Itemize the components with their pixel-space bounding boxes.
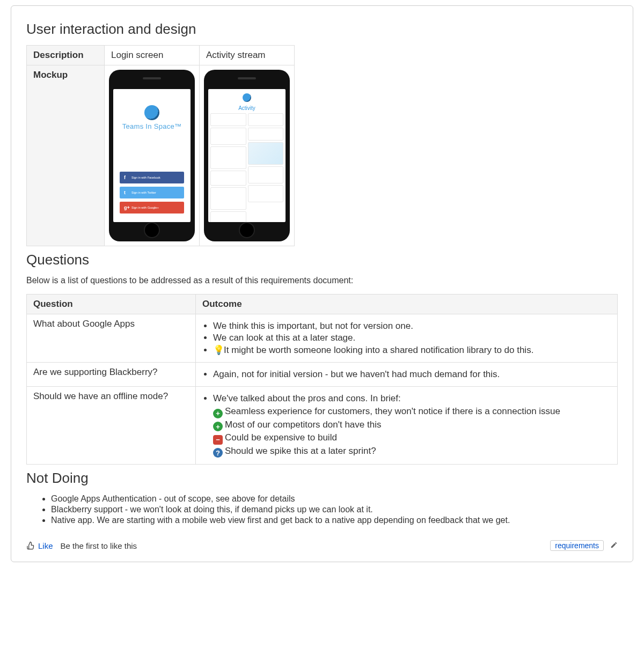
activity-card: [248, 128, 284, 141]
app-name: Teams In Space™: [122, 122, 182, 130]
thumbs-up-icon: [26, 541, 35, 550]
questions-table: Question Outcome What about Google Apps …: [26, 294, 618, 465]
mockup-activity-cell: Activity: [200, 65, 295, 246]
login-screen: Teams In Space™ fSign in with Facebook t…: [113, 89, 191, 222]
like-label: Like: [38, 541, 53, 550]
questions-th-question: Question: [27, 294, 196, 314]
app-logo-icon: [243, 93, 251, 102]
mockup-login-cell: Teams In Space™ fSign in with Facebook t…: [105, 65, 200, 246]
activity-col-right: [248, 113, 284, 222]
list-item: Google Apps Authentication - out of scop…: [51, 494, 618, 504]
questions-th-outcome: Outcome: [196, 294, 618, 314]
activity-card: [248, 166, 284, 183]
outcome-item: We can look at this at a later stage.: [213, 333, 611, 343]
outcome-subitem: +Most of our competitors don't have this: [213, 419, 611, 432]
document-page: User interaction and design Description …: [11, 5, 633, 562]
list-item: Blackberry support - we won't look at do…: [51, 505, 618, 514]
twitter-signin-button: tSign in with Twitter: [120, 187, 184, 198]
design-row-mockup-label: Mockup: [27, 65, 105, 246]
edit-labels-button[interactable]: [610, 541, 618, 550]
minus-icon: −: [213, 435, 223, 445]
plus-icon: +: [213, 422, 223, 431]
outcome-item: We've talked about the pros and cons. In…: [213, 393, 611, 458]
design-row-description-label: Description: [27, 46, 105, 65]
outcome-subitem: +Seamless experience for customers, they…: [213, 406, 611, 418]
like-button[interactable]: Like: [26, 541, 53, 550]
design-col2-description: Activity stream: [200, 46, 295, 65]
activity-card-map: [248, 142, 284, 165]
activity-card: [210, 113, 246, 126]
table-row: Are we supporting Blackberry? Again, not…: [27, 363, 618, 387]
page-footer: Like Be the first to like this requireme…: [26, 540, 618, 551]
table-row: What about Google Apps We think this is …: [27, 314, 618, 363]
list-item: Native app. We are starting with a mobil…: [51, 516, 618, 525]
heading-notdoing: Not Doing: [26, 470, 618, 487]
heading-questions: Questions: [26, 252, 618, 268]
activity-body: [210, 113, 283, 222]
activity-card: [210, 171, 246, 186]
activity-card: [248, 113, 284, 126]
questions-intro: Below is a list of questions to be addre…: [26, 276, 618, 285]
pencil-icon: [610, 541, 618, 549]
outcome-item: 💡It might be worth someone looking into …: [213, 344, 611, 356]
activity-card: [210, 211, 246, 222]
activity-screen: Activity: [208, 89, 286, 222]
outcome-cell: We think this is important, but not for …: [196, 314, 618, 363]
phone-mockup-login: Teams In Space™ fSign in with Facebook t…: [109, 70, 195, 241]
app-logo-icon: [144, 105, 159, 120]
design-col1-description: Login screen: [105, 46, 200, 65]
phone-mockup-activity: Activity: [204, 70, 290, 241]
facebook-signin-button: fSign in with Facebook: [120, 172, 184, 183]
like-hint: Be the first to like this: [61, 541, 137, 550]
outcome-cell: We've talked about the pros and cons. In…: [196, 387, 618, 465]
activity-card: [210, 187, 246, 210]
outcome-cell: Again, not for initial version - but we …: [196, 363, 618, 387]
activity-card: [210, 146, 246, 169]
activity-card: [210, 128, 246, 145]
plus-icon: +: [213, 409, 223, 418]
outcome-item: Again, not for initial version - but we …: [213, 369, 611, 380]
tag-requirements[interactable]: requirements: [550, 540, 604, 551]
activity-title: Activity: [238, 105, 255, 111]
question-cell: Are we supporting Blackberry?: [27, 363, 196, 387]
activity-card: [248, 185, 284, 202]
activity-col-left: [210, 113, 246, 222]
activity-header: Activity: [210, 93, 283, 111]
question-cell: Should we have an offline mode?: [27, 387, 196, 465]
heading-design: User interaction and design: [26, 21, 618, 38]
outcome-item: We think this is important, but not for …: [213, 321, 611, 332]
outcome-subitem: −Could be expensive to build: [213, 432, 611, 445]
outcome-subitem: ?Should we spike this at a later sprint?: [213, 446, 611, 458]
lightbulb-icon: 💡: [213, 344, 223, 356]
google-signin-button: g+Sign in with Google+: [120, 202, 184, 213]
table-row: Should we have an offline mode? We've ta…: [27, 387, 618, 465]
design-table: Description Login screen Activity stream…: [26, 45, 295, 246]
question-icon: ?: [213, 448, 223, 458]
notdoing-list: Google Apps Authentication - out of scop…: [51, 494, 618, 525]
question-cell: What about Google Apps: [27, 314, 196, 363]
